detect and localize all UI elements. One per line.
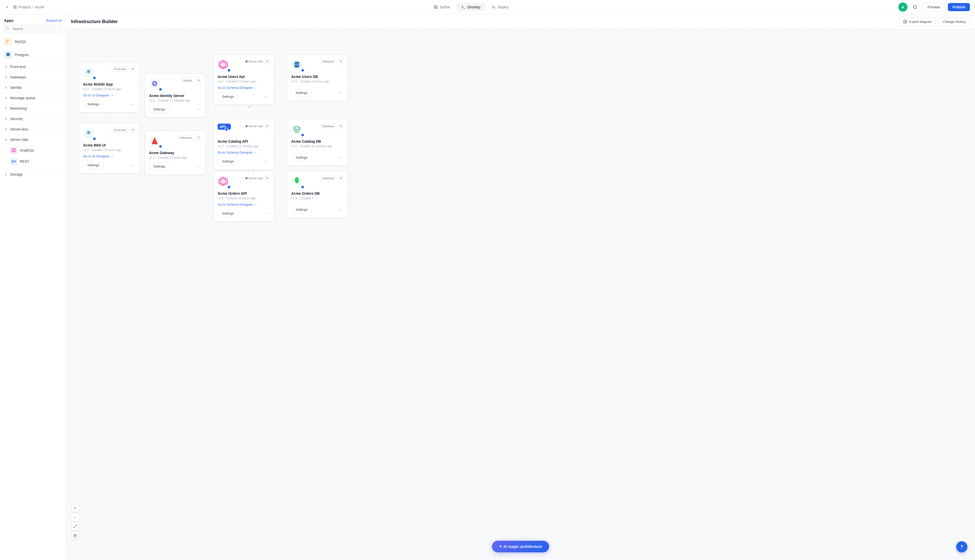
catalog-api-settings-button[interactable]: Settings [218,157,238,165]
change-history-button[interactable]: Change History [938,17,970,26]
card-acme-identity: Identity ↻ Acme Identity Server v1.0 Cre… [145,73,206,118]
svg-point-14 [7,53,10,55]
graphql-label: GraphQL [20,148,35,152]
sidebar-header: Apps Expand all [0,14,66,25]
canvas[interactable]: Front-end ↻ ⚛ Acme Mobile App v1.0 Creat… [66,29,975,560]
sidebar-group-mq-header[interactable]: Message queue [0,93,66,103]
web-ui-icon: ⚛ [83,127,96,141]
sidebar-item-mysql[interactable]: MySQL [0,35,66,48]
svg-point-37 [154,83,155,84]
refresh-button-gateway[interactable]: ↻ [196,135,202,141]
refresh-button2[interactable]: ↻ [130,127,136,133]
sidebar-item-graphql[interactable]: GraphQL [9,145,62,156]
sidebar-group-serverside-header[interactable]: Server-side [0,135,66,145]
refresh-button[interactable]: ↻ [130,66,136,72]
gateway-settings-button[interactable]: Settings [149,162,170,170]
card-acme-catalog-api: Server-side ↻ API Acme Catalog API v1.0 … [213,119,274,170]
mobile-app-settings-button[interactable]: Settings [83,100,103,108]
postgres-label: Postgres [15,53,29,57]
users-db-more-button[interactable]: ··· [337,89,343,97]
rest-icon: API [10,158,17,165]
mobile-app-more-button[interactable]: ··· [128,101,135,108]
tab-define[interactable]: Define [428,3,455,11]
expand-all-button[interactable]: Expand all [46,18,62,22]
orders-api-settings-button[interactable]: Settings [218,210,238,217]
chevron-right-icon [4,127,8,131]
catalog-api-more-button[interactable]: ··· [263,158,270,165]
svg-point-52 [295,177,299,183]
zoom-fit-button[interactable] [71,522,79,530]
web-ui-more-button[interactable]: ··· [128,162,135,169]
tab-deploy[interactable]: Deploy [487,3,514,11]
catalog-db-settings-button[interactable]: Settings [291,153,312,162]
refresh-button-catalog-db[interactable]: ↻ [338,123,344,129]
help-button[interactable]: ? [956,541,967,552]
catalog-api-link[interactable]: Go to Schema Designer → [218,150,270,154]
sidebar-group-storage-header[interactable]: Storage [0,169,66,180]
sidebar-group-security-header[interactable]: Security [0,114,66,124]
rest-label: REST [20,159,29,163]
identity-more-button[interactable]: ··· [194,106,202,113]
database-badge1: Database [320,59,337,64]
sidebar-group-identity-header[interactable]: Identity [0,83,66,93]
sidebar-group-frontend-header[interactable]: Front-end [0,62,66,72]
refresh-button-catalog-api[interactable]: ↻ [264,123,270,129]
sidebar-group-serverless-header[interactable]: Server-less [0,124,66,134]
search-button[interactable] [910,3,920,12]
svg-rect-1 [15,6,16,7]
users-api-settings-button[interactable]: Settings [218,93,238,100]
back-button[interactable] [5,5,9,9]
web-ui-link[interactable]: Go to UI Designer → [83,154,135,158]
sidebar-group-monitoring-header[interactable]: Monitoring [0,103,66,113]
mobile-app-link[interactable]: Go to UI Designer → [83,93,135,97]
orders-db-settings-button[interactable]: Settings [291,206,312,213]
refresh-button-users-api[interactable]: ↻ [264,58,270,65]
users-api-icon [218,59,231,72]
refresh-button-identity[interactable]: ↻ [196,77,202,83]
preview-button[interactable]: Preview [923,3,945,12]
zoom-out-button[interactable]: − [71,513,79,522]
ai-magic-button[interactable]: ✦ AI magic architecture [492,541,549,552]
mysql-label: MySQL [15,40,27,44]
orders-api-link[interactable]: Go to Schema Designer → [218,203,270,207]
sidebar-group-monitoring-label: Monitoring [10,107,27,110]
chevron-down-icon [4,138,8,142]
card-badge-serverside1: Server-side ↻ [245,58,270,65]
users-api-more-button[interactable]: ··· [263,93,270,100]
gateway-meta: v1.0 Created 21 hours ago [149,156,202,159]
sidebar-group-mq-label: Message queue [10,96,35,100]
avatar[interactable]: A [898,3,907,12]
search-input[interactable] [3,25,63,33]
catalog-db-footer: Settings ··· [291,153,343,162]
projects-link[interactable]: Projects [18,5,31,9]
sidebar-item-postgres[interactable]: Postgres [0,48,66,62]
card-acme-gateway: Gateways ↻ Acme Gateway v1.0 Created 21 … [145,131,206,175]
card-badge-serverside2: Server-side ↻ [245,123,270,129]
svg-point-48 [218,176,228,186]
identity-name: Acme Identity Server [149,94,202,98]
sidebar: Apps Expand all MySQL Postgres [0,14,66,560]
tab-develop[interactable]: Develop [456,3,485,11]
publish-button[interactable]: Publish [948,3,970,11]
orders-api-more-button[interactable]: ··· [263,210,270,217]
users-api-link[interactable]: Go to Schema Designer → [218,86,270,90]
identity-settings-button[interactable]: Settings [149,105,170,113]
refresh-button-users-db[interactable]: ↻ [338,58,344,65]
lock-button[interactable] [71,532,79,540]
gateway-more-button[interactable]: ··· [194,163,202,170]
sidebar-group-gateways-header[interactable]: Gateways [0,72,66,82]
top-nav: Projects / Acme Define Develop Deploy A … [0,0,975,14]
orders-db-more-button[interactable]: ··· [337,206,343,213]
catalog-db-more-button[interactable]: ··· [337,154,343,161]
nav-right: A Preview Publish [898,3,970,12]
chevron-right-icon [4,96,8,100]
refresh-button-orders-api[interactable]: ↻ [264,175,270,181]
web-ui-settings-button[interactable]: Settings [83,161,103,169]
zoom-in-button[interactable]: + [71,504,79,512]
svg-line-53 [75,525,77,526]
graphql-icon [10,147,17,154]
users-db-settings-button[interactable]: Settings [291,89,312,97]
refresh-button-orders-db[interactable]: ↻ [338,175,344,181]
sidebar-item-rest[interactable]: API REST [9,156,62,167]
export-diagram-button[interactable]: Export diagram [899,17,936,26]
